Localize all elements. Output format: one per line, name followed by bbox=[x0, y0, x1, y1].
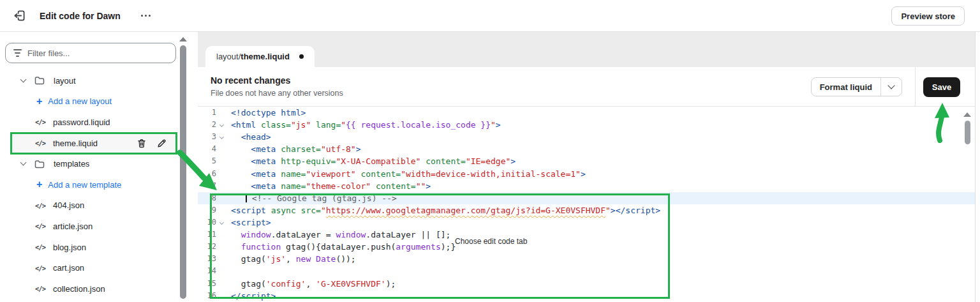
code-line[interactable]: 13 gtag('js', new Date()); bbox=[198, 253, 975, 265]
code-line[interactable]: 9<script async src="https://www.googleta… bbox=[198, 204, 975, 216]
format-liquid-button[interactable]: Format liquid bbox=[812, 78, 880, 96]
window-edge-divider bbox=[975, 32, 976, 302]
line-number: 3 bbox=[198, 131, 225, 143]
tree-item-theme-liquid[interactable]: </>theme.liquid bbox=[10, 133, 177, 154]
chevron-expanded-icon[interactable] bbox=[20, 160, 27, 166]
line-number: 8 bbox=[198, 192, 225, 204]
editor-scroll-up-icon[interactable] bbox=[963, 112, 971, 117]
tree-item-label: theme.liquid bbox=[53, 139, 98, 148]
tree-item-404-json[interactable]: </>404.json bbox=[0, 195, 191, 216]
code-text: function gtag(){dataLayer.push(arguments… bbox=[225, 241, 456, 253]
folder-icon bbox=[34, 160, 45, 169]
file-sidebar: Filter files... layout+Add a new layout<… bbox=[0, 32, 191, 302]
plus-icon: + bbox=[36, 96, 42, 107]
code-text: <script> bbox=[225, 216, 271, 229]
code-line[interactable]: 6 <meta name="viewport" content="width=d… bbox=[198, 168, 975, 180]
code-line[interactable]: 15 gtag('config', 'G-XE0VSFHVDF'); bbox=[198, 278, 975, 290]
code-file-icon: </> bbox=[35, 118, 45, 126]
code-file-icon: </> bbox=[35, 285, 45, 292]
fold-arrow-icon[interactable] bbox=[219, 220, 224, 225]
tree-item-cart-json[interactable]: </>cart.json bbox=[0, 257, 191, 278]
code-line[interactable]: 4 <meta charset="utf-8"> bbox=[198, 143, 975, 155]
code-line[interactable]: 8 <!-- Google tag (gtag.js) --> bbox=[198, 192, 975, 204]
code-line[interactable]: 7 <meta name="theme-color" content=""> bbox=[198, 180, 975, 192]
tree-item-label: Add a new template bbox=[48, 180, 121, 190]
tree-item-add-a-new-layout[interactable]: +Add a new layout bbox=[0, 91, 191, 112]
page-title: Edit code for Dawn bbox=[40, 11, 121, 21]
line-number: 15 bbox=[198, 278, 225, 290]
code-line[interactable]: 12 function gtag(){dataLayer.push(argume… bbox=[198, 241, 975, 253]
code-text: <html class="js" lang="{{ request.locale… bbox=[225, 119, 501, 131]
tree-item-label: templates bbox=[54, 159, 89, 169]
tree-item-templates[interactable]: templates bbox=[0, 153, 191, 174]
code-line[interactable]: 14 bbox=[198, 265, 975, 277]
code-line[interactable]: 10<script> bbox=[198, 216, 975, 229]
code-text bbox=[225, 265, 231, 277]
code-line[interactable]: 3 <head> bbox=[198, 131, 975, 143]
code-file-icon: </> bbox=[35, 222, 45, 230]
filter-files-input[interactable]: Filter files... bbox=[5, 43, 176, 63]
tree-item-label: collection.json bbox=[53, 284, 105, 294]
line-number: 12 bbox=[198, 241, 225, 253]
fold-arrow-icon[interactable] bbox=[219, 123, 224, 127]
pencil-icon[interactable] bbox=[157, 139, 167, 148]
tree-item-article-json[interactable]: </>article.json bbox=[0, 216, 191, 237]
plus-icon: + bbox=[36, 179, 42, 190]
exit-button[interactable] bbox=[11, 8, 27, 24]
fold-arrow-icon[interactable] bbox=[219, 135, 224, 139]
filter-icon bbox=[13, 49, 22, 56]
code-line[interactable]: 11 window.dataLayer = window.dataLayer |… bbox=[198, 229, 975, 241]
file-tree: layout+Add a new layout</>password.liqui… bbox=[0, 70, 191, 299]
sidebar-scroll-up-icon[interactable] bbox=[179, 37, 187, 42]
tree-item-label: article.json bbox=[53, 222, 93, 231]
tree-item-label: password.liquid bbox=[53, 117, 110, 127]
editor-scrollbar-thumb[interactable] bbox=[965, 121, 970, 144]
code-text: <meta http-equiv="X-UA-Compatible" conte… bbox=[225, 155, 516, 167]
code-text: window.dataLayer = window.dataLayer || [… bbox=[225, 229, 450, 241]
tree-item-label: layout bbox=[54, 76, 76, 86]
code-file-icon: </> bbox=[35, 243, 45, 251]
tree-item-blog-json[interactable]: </>blog.json bbox=[0, 237, 191, 258]
code-line[interactable]: 1<!doctype html> bbox=[198, 107, 975, 119]
code-line[interactable]: 16</script> bbox=[198, 290, 975, 302]
versions-subtitle: File does not have any other versions bbox=[211, 89, 343, 98]
tree-item-password-liquid[interactable]: </>password.liquid bbox=[0, 112, 191, 133]
line-number: 9 bbox=[198, 204, 225, 216]
tree-item-label: 404.json bbox=[53, 200, 84, 210]
exit-icon bbox=[13, 9, 26, 22]
format-liquid-dropdown-button[interactable] bbox=[880, 78, 902, 96]
code-file-icon: </> bbox=[35, 202, 45, 209]
unsaved-changes-dot bbox=[299, 54, 304, 59]
code-line[interactable]: 5 <meta http-equiv="X-UA-Compatible" con… bbox=[198, 155, 975, 167]
header-divider bbox=[915, 67, 916, 106]
sidebar-scrollbar-thumb[interactable] bbox=[180, 45, 186, 299]
code-text: <meta name="theme-color" content=""> bbox=[225, 180, 431, 192]
folder-icon bbox=[34, 76, 45, 85]
tab-theme-liquid[interactable]: layout/theme.liquid bbox=[205, 46, 315, 67]
code-line[interactable]: 2<html class="js" lang="{{ request.local… bbox=[198, 119, 975, 131]
code-text: gtag('js', new Date()); bbox=[225, 253, 356, 265]
code-editor[interactable]: 1<!doctype html>2<html class="js" lang="… bbox=[198, 107, 975, 302]
tree-item-collection-json[interactable]: </>collection.json bbox=[0, 278, 191, 299]
tab-path-prefix: layout/ bbox=[216, 52, 241, 61]
preview-store-button[interactable]: Preview store bbox=[891, 6, 965, 26]
tree-item-layout[interactable]: layout bbox=[0, 70, 191, 91]
chevron-expanded-icon[interactable] bbox=[20, 76, 27, 82]
line-number: 4 bbox=[198, 143, 225, 155]
code-text: <!-- Google tag (gtag.js) --> bbox=[225, 192, 397, 204]
save-button[interactable]: Save bbox=[923, 77, 960, 97]
tree-item-label: cart.json bbox=[53, 263, 84, 273]
line-number: 16 bbox=[198, 290, 225, 302]
tree-item-label: blog.json bbox=[53, 243, 86, 252]
tree-item-add-a-new-template[interactable]: +Add a new template bbox=[0, 174, 191, 195]
more-actions-button[interactable] bbox=[137, 11, 154, 20]
editor-header: No recent changes File does not have any… bbox=[198, 67, 975, 107]
tree-item-actions bbox=[137, 139, 167, 148]
code-text: gtag('config', 'G-XE0VSFHVDF'); bbox=[225, 278, 396, 290]
code-text: </script> bbox=[225, 290, 276, 302]
format-liquid-split-button: Format liquid bbox=[811, 77, 902, 96]
filter-placeholder: Filter files... bbox=[27, 49, 70, 58]
top-bar: Edit code for Dawn Preview store bbox=[0, 0, 980, 32]
trash-icon[interactable] bbox=[137, 139, 146, 148]
line-number: 6 bbox=[198, 168, 225, 180]
